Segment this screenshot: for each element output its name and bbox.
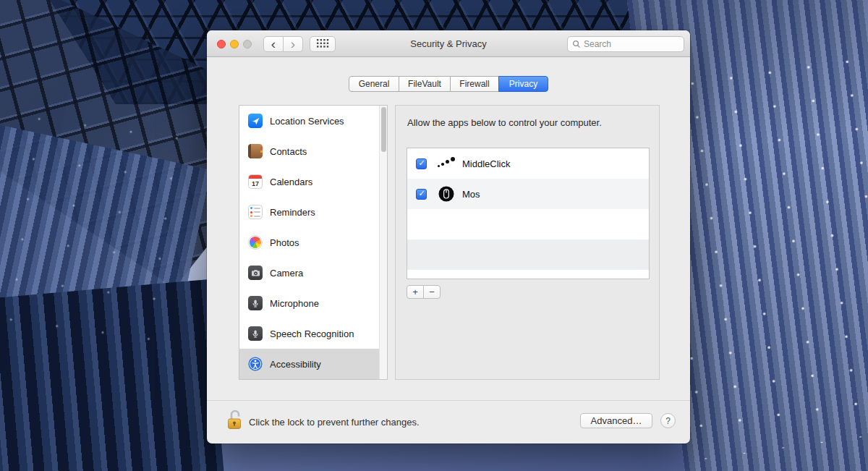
sidebar-item-label: Camera [270, 268, 303, 279]
sidebar-item-speech-recognition[interactable]: Speech Recognition [239, 318, 387, 349]
zoom-button[interactable] [243, 40, 252, 48]
mos-checkbox[interactable] [416, 189, 427, 200]
lock-button[interactable] [226, 408, 244, 431]
tab-filevault[interactable]: FileVault [399, 76, 451, 92]
app-name: MiddleClick [462, 158, 510, 169]
calendars-icon: 17 [248, 174, 263, 189]
tab-bar: General FileVault Firewall Privacy [207, 76, 690, 92]
sidebar-item-calendars[interactable]: 17 Reminders Calendars [239, 166, 387, 197]
calendar-day-number: 17 [249, 179, 262, 188]
show-all-button[interactable] [310, 36, 336, 52]
microphone-icon [248, 296, 263, 310]
accessibility-icon [248, 357, 263, 371]
mos-app-icon [437, 186, 456, 202]
app-list-empty-row [407, 209, 649, 239]
window-title: Security & Privacy [352, 30, 545, 57]
sidebar-scrollbar-track[interactable] [379, 106, 387, 379]
location-services-icon [248, 114, 263, 128]
tab-firewall[interactable]: Firewall [450, 76, 499, 92]
app-list: MiddleClick Mos [407, 148, 650, 279]
remove-app-button[interactable]: − [423, 285, 441, 299]
contacts-icon [248, 144, 263, 158]
middleclick-checkbox[interactable] [416, 158, 427, 169]
speech-recognition-icon [248, 326, 263, 341]
search-field[interactable] [567, 36, 684, 52]
sidebar-item-label: Accessibility [270, 359, 321, 370]
photos-icon [248, 235, 263, 250]
sidebar-item-label: Location Services [270, 116, 344, 127]
back-button[interactable]: ‹ [263, 36, 284, 52]
app-row-mos[interactable]: Mos [407, 179, 649, 209]
app-list-empty-row [407, 239, 649, 270]
sidebar-item-microphone[interactable]: Microphone [239, 288, 387, 318]
sidebar-item-photos[interactable]: Photos [239, 227, 387, 258]
unlocked-padlock-icon [226, 423, 244, 433]
advanced-button[interactable]: Advanced… [580, 413, 652, 428]
sidebar-item-label: Microphone [270, 298, 319, 309]
sidebar-item-label: Photos [270, 237, 299, 248]
panel-description: Allow the apps below to control your com… [407, 117, 602, 128]
app-name: Mos [462, 189, 480, 200]
reminders-icon [248, 205, 263, 219]
sidebar-item-label: Reminders [270, 207, 315, 218]
footer-divider [207, 400, 690, 401]
grid-icon [317, 39, 329, 50]
forward-button[interactable]: › [283, 36, 303, 52]
background-lights-left [0, 96, 220, 381]
add-app-button[interactable]: + [407, 285, 424, 299]
sidebar-item-label: Speech Recognition [270, 328, 354, 339]
privacy-sidebar: Location Services Contacts 17 Reminders … [239, 105, 388, 380]
minimize-button[interactable] [230, 40, 239, 48]
window-titlebar: ‹ › Security & Privacy [207, 30, 690, 57]
sidebar-scrollbar-thumb[interactable] [381, 107, 386, 152]
tab-privacy[interactable]: Privacy [498, 76, 548, 92]
sidebar-item-location-services[interactable]: Location Services [239, 106, 387, 136]
nav-buttons: ‹ › [263, 36, 303, 52]
close-button[interactable] [217, 40, 226, 48]
app-row-middleclick[interactable]: MiddleClick [407, 148, 649, 179]
security-privacy-window: ‹ › Security & Privacy [207, 30, 690, 444]
app-list-empty-row [407, 270, 649, 279]
search-icon [572, 40, 581, 48]
sidebar-item-reminders[interactable]: Reminders [239, 197, 387, 227]
sidebar-item-camera[interactable]: Camera [239, 258, 387, 288]
privacy-panel: Allow the apps below to control your com… [395, 105, 660, 380]
sidebar-item-label: Contacts [270, 146, 307, 157]
help-button[interactable]: ? [660, 413, 676, 428]
tab-general[interactable]: General [349, 76, 399, 92]
camera-icon [248, 266, 263, 280]
search-input[interactable] [584, 39, 679, 49]
sidebar-item-label: Calendars [270, 177, 312, 187]
lock-hint-text: Click the lock to prevent further change… [249, 417, 420, 428]
middleclick-app-icon [437, 156, 456, 171]
sidebar-item-contacts[interactable]: Contacts [239, 136, 387, 166]
sidebar-item-accessibility[interactable]: Accessibility [239, 349, 387, 379]
desktop: ‹ › Security & Privacy [0, 0, 868, 471]
app-list-buttons: + − [407, 285, 441, 299]
